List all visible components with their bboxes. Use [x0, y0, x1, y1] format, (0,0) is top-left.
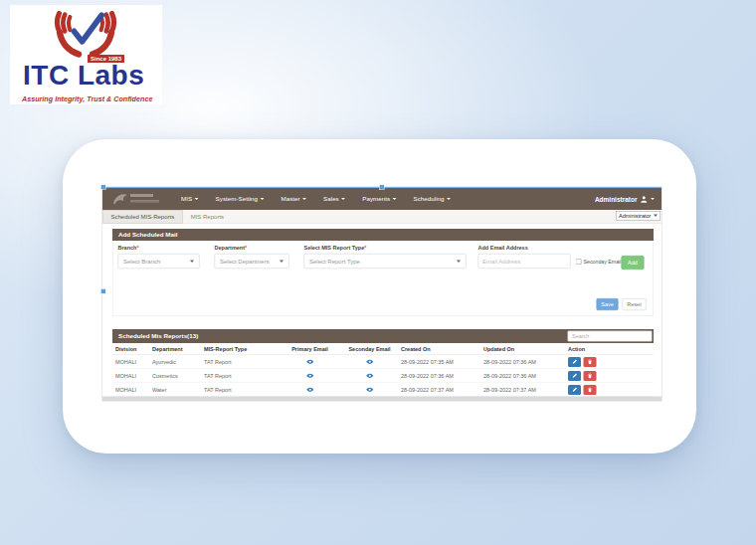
menu-scheduling[interactable]: Scheduling: [414, 196, 451, 203]
cell-report-type: TAT Report: [204, 373, 282, 379]
table-title: Scheduled Mis Reports(13): [118, 333, 198, 340]
cell-department: Cosmetics: [152, 373, 204, 379]
cell-report-type: TAT Report: [204, 387, 282, 393]
tab-mis-reports[interactable]: MIS Reports: [183, 210, 232, 224]
app-screenshot: MIS System-Setting Master Sales Payments…: [102, 187, 662, 401]
trash-icon: [588, 359, 593, 365]
cell-division: MOHALI: [115, 359, 152, 365]
menu-mis[interactable]: MIS: [181, 196, 199, 203]
edit-button[interactable]: [568, 385, 581, 395]
user-menu[interactable]: Administrator: [595, 195, 655, 203]
chevron-down-icon: [190, 260, 194, 263]
edit-button[interactable]: [568, 357, 581, 367]
cell-action: [568, 357, 654, 367]
primary-email-eye[interactable]: [282, 359, 338, 365]
reset-button[interactable]: Reset: [623, 298, 647, 310]
edit-button[interactable]: [568, 371, 581, 381]
eye-icon: [305, 373, 314, 379]
tab-bar: Scheduled MIS-Reports MIS Reports: [102, 210, 662, 224]
email-field-group: Add Email Address: [478, 245, 571, 269]
required-mark: *: [364, 245, 366, 251]
tab-scheduled-mis-reports[interactable]: Scheduled MIS-Reports: [102, 210, 183, 224]
cell-created-on: 28-09-2022 07:35 AM: [401, 359, 483, 365]
col-updated-on: Updated On: [483, 346, 568, 352]
hands-check-logo-icon: [40, 6, 131, 58]
cell-division: MOHALI: [115, 373, 152, 379]
table-row: MOHALI Ayurvedic TAT Report 28-09-2022 0…: [112, 355, 654, 369]
content-card: MIS System-Setting Master Sales Payments…: [63, 139, 696, 454]
secondary-email-checkbox[interactable]: Seconday Email: [576, 259, 622, 265]
selection-handle: [101, 289, 106, 294]
eye-icon: [365, 373, 374, 379]
col-report-type: MIS-Report Type: [204, 346, 282, 352]
selection-handle: [380, 185, 385, 190]
pencil-icon: [572, 359, 578, 365]
col-created-on: Created On: [401, 346, 483, 352]
chevron-down-icon: [654, 215, 658, 218]
eye-icon: [365, 359, 374, 365]
menu-payments[interactable]: Payments: [362, 196, 396, 203]
pencil-icon: [572, 373, 578, 379]
trash-icon: [588, 373, 593, 379]
table-row: MOHALI Water TAT Report 28-09-2022 07:37…: [112, 383, 654, 397]
save-button[interactable]: Save: [597, 298, 619, 310]
branch-select[interactable]: Select Branch: [118, 254, 200, 269]
cell-department: Ayurvedic: [152, 359, 204, 365]
menu-sales[interactable]: Sales: [323, 196, 345, 203]
scheduled-reports-panel: Scheduled Mis Reports(13) Division Depar…: [112, 329, 654, 397]
report-type-select[interactable]: Select Report Type: [304, 254, 467, 269]
cell-created-on: 28-09-2022 07:36 AM: [401, 373, 483, 379]
cell-report-type: TAT Report: [204, 359, 282, 365]
secondary-email-eye[interactable]: [338, 359, 401, 365]
table-header-row: Division Department MIS-Report Type Prim…: [112, 343, 654, 355]
table-body: MOHALI Ayurvedic TAT Report 28-09-2022 0…: [112, 355, 654, 397]
email-input[interactable]: [478, 254, 571, 269]
secondary-email-eye[interactable]: [338, 373, 401, 379]
add-button[interactable]: Add: [622, 256, 645, 270]
trash-icon: [588, 387, 593, 393]
panel-title: Add Scheduled Mail: [112, 229, 654, 241]
report-type-field: Select MIS Report Type* Select Report Ty…: [304, 245, 467, 269]
menu-master[interactable]: Master: [282, 196, 307, 203]
col-primary-email: Primary Email: [282, 346, 338, 352]
user-icon: [641, 195, 649, 203]
col-department: Department: [152, 346, 204, 352]
cell-division: MOHALI: [115, 387, 152, 393]
cell-created-on: 28-09-2022 07:37 AM: [401, 387, 483, 393]
main-menu: MIS System-Setting Master Sales Payments…: [181, 196, 451, 203]
cell-action: [568, 371, 654, 381]
cell-updated-on: 28-09-2022 07:36 AM: [483, 373, 568, 379]
company-name: ITC Labs: [23, 60, 144, 91]
branch-field: Branch* Select Branch: [118, 245, 200, 269]
company-logo: Since 1983 ITC Labs Assuring Integrity, …: [10, 5, 162, 104]
company-tagline: Assuring Integrity, Trust & Confidence: [22, 94, 152, 103]
col-division: Division: [115, 346, 152, 352]
search-input[interactable]: [568, 331, 653, 342]
add-scheduled-mail-panel: Add Scheduled Mail Branch* Select Branch…: [112, 229, 654, 316]
chevron-down-icon: [457, 260, 461, 263]
delete-button[interactable]: [584, 357, 597, 367]
chevron-down-icon: [341, 198, 345, 200]
cell-updated-on: 28-09-2022 07:36 AM: [483, 359, 568, 365]
required-mark: *: [245, 245, 247, 251]
delete-button[interactable]: [584, 385, 597, 395]
eye-icon: [305, 387, 314, 393]
secondary-email-eye[interactable]: [338, 387, 401, 393]
user-name: Administrator: [595, 195, 638, 203]
checkbox-icon[interactable]: [576, 259, 582, 265]
pencil-icon: [572, 387, 578, 393]
user-role-select[interactable]: Administrator: [616, 211, 661, 221]
horizontal-scrollbar[interactable]: [102, 397, 662, 402]
primary-email-eye[interactable]: [282, 387, 338, 393]
chevron-down-icon: [302, 198, 306, 200]
cell-action: [568, 385, 654, 395]
chevron-down-icon: [447, 198, 451, 200]
delete-button[interactable]: [584, 371, 597, 381]
chevron-down-icon: [393, 198, 397, 200]
col-action: Action: [568, 346, 654, 352]
menu-system-setting[interactable]: System-Setting: [216, 196, 265, 203]
department-select[interactable]: Select Department: [215, 254, 289, 269]
table-row: MOHALI Cosmetics TAT Report 28-09-2022 0…: [112, 369, 654, 383]
primary-email-eye[interactable]: [282, 373, 338, 379]
chevron-down-icon: [280, 260, 284, 263]
